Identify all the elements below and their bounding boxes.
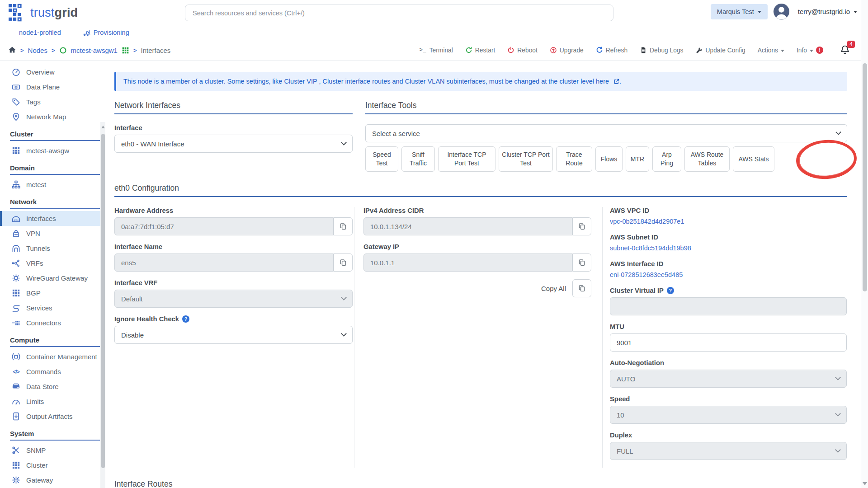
sidebar-item-network-map[interactable]: Network Map (0, 109, 105, 124)
copy-button[interactable] (334, 253, 353, 272)
avatar[interactable] (774, 4, 789, 19)
sidebar-item-overview[interactable]: Overview (0, 65, 105, 80)
sidebar-item-connectors[interactable]: Connectors (0, 315, 105, 330)
copy-icon (340, 259, 347, 266)
quick-link-node1-profiled[interactable]: node1-profiled (19, 29, 61, 36)
sidebar-item-label: Output Artifacts (26, 413, 73, 420)
tool-button-speed-test[interactable]: Speed Test (365, 146, 398, 172)
sidebar-item-tunnels[interactable]: Tunnels (0, 241, 105, 256)
sidebar-item-limits[interactable]: Limits (0, 394, 105, 409)
copy-button[interactable] (334, 217, 353, 235)
toolbar-reboot-button[interactable]: Reboot (507, 47, 538, 54)
scroll-up-arrow-icon[interactable] (101, 126, 105, 128)
tool-button-aws-route-tables[interactable]: AWS Route Tables (684, 146, 730, 172)
aws-vpc-id-link[interactable]: vpc-0b251842d4d2907e1 (610, 218, 684, 225)
sidebar-scrollbar[interactable] (100, 122, 105, 488)
sidebar-item-output-artifacts[interactable]: Output Artifacts (0, 409, 105, 424)
file-download-icon (12, 412, 20, 421)
mtu-input[interactable]: 9001 (610, 333, 847, 352)
tag-icon (12, 98, 20, 106)
sidebar-item-cluster[interactable]: Cluster (0, 458, 105, 473)
sidebar-item-wireguard-gateway[interactable]: WireGuard Gateway (0, 271, 105, 286)
tool-button-flows[interactable]: Flows (595, 146, 623, 172)
copy-all-label: Copy All (541, 285, 566, 292)
org-menu-button[interactable]: Marquis Test (711, 4, 768, 19)
page-scrollbar-thumb[interactable] (863, 63, 867, 291)
app-header: trustgrid Marquis Test terry@trustgrid.i… (0, 0, 868, 25)
help-icon[interactable]: ? (182, 315, 189, 323)
help-icon[interactable]: ? (667, 287, 674, 294)
tool-button-cluster-tcp-port-test[interactable]: Cluster TCP Port Test (499, 146, 553, 172)
chevron-down-icon (835, 129, 841, 135)
toolbar-item-label: Upgrade (560, 47, 584, 54)
sidebar-item-label: WireGuard Gateway (26, 274, 88, 282)
toolbar-refresh-button[interactable]: Refresh (596, 47, 627, 54)
sidebar-item-commands[interactable]: </>Commands (0, 364, 105, 379)
sidebar-item-data-store[interactable]: Data Store (0, 379, 105, 394)
ignore-health-check-select[interactable]: Disable (114, 326, 353, 344)
sidebar-item-interfaces[interactable]: Interfaces (0, 211, 105, 226)
toolbar-debug-logs-button[interactable]: Debug Logs (640, 47, 683, 54)
sidebar-item-services[interactable]: Services (0, 300, 105, 315)
aws-subnet-id-link[interactable]: subnet-0c8fdc5194dd19b98 (610, 244, 691, 252)
limits-gauge-icon (12, 397, 20, 406)
sidebar-item-data-plane[interactable]: Data Plane (0, 80, 105, 94)
field-aws-vpc-id: AWS VPC IDvpc-0b251842d4d2907e1 (610, 207, 847, 226)
interface-select[interactable]: eth0 - WAN Interface (114, 135, 353, 153)
breadcrumb-separator-icon: > (20, 47, 24, 54)
cluster-banner-text: This node is a member of a cluster. Some… (123, 78, 621, 85)
search-input[interactable] (185, 5, 613, 21)
field-label: Interface VRF (114, 279, 157, 286)
breadcrumb-home[interactable] (8, 46, 16, 55)
copy-button[interactable] (572, 217, 591, 235)
sidebar-item-tags[interactable]: Tags (0, 94, 105, 109)
field-label: Speed (610, 395, 630, 403)
sidebar-item-vpn[interactable]: VPN (0, 226, 105, 241)
sidebar-item-mctest[interactable]: mctest (0, 177, 105, 192)
toolbar-item-label: Actions (758, 47, 778, 54)
copy-icon (340, 223, 347, 230)
service-select[interactable]: Select a service (365, 124, 847, 142)
notifications-bell-button[interactable]: 4 (840, 45, 850, 56)
brand-logo[interactable]: trustgrid (8, 4, 78, 22)
chevron-down-icon (781, 50, 784, 52)
sidebar-item-mctest-awsgw[interactable]: mctest-awsgw (0, 143, 105, 158)
toolbar-restart-button[interactable]: Restart (465, 47, 495, 54)
sidebar-item-label: Container Management (26, 353, 97, 361)
scroll-down-arrow-icon[interactable] (863, 482, 867, 485)
tool-button-trace-route[interactable]: Trace Route (556, 146, 592, 172)
sidebar-item-vrfs[interactable]: VRFs (0, 256, 105, 271)
tool-button-interface-tcp-port-test[interactable]: Interface TCP Port Test (438, 146, 495, 172)
toolbar-terminal-button[interactable]: >_Terminal (420, 47, 453, 54)
aws-interface-id-link[interactable]: eni-0728512683ee5d485 (610, 271, 683, 278)
quick-link-provisioning[interactable]: Provisioning (83, 29, 129, 37)
toolbar-info-button[interactable]: Info! (797, 47, 823, 54)
field-auto-negotiation: Auto-NegotiationAUTO (610, 359, 847, 388)
gateway-ip-input: 10.0.1.1 (363, 253, 572, 272)
sidebar-item-label: VPN (26, 230, 40, 237)
copy-button[interactable] (572, 253, 591, 272)
interface-select-label: Interface (114, 124, 353, 131)
breadcrumb-item-mctest-awsgw1[interactable]: mctest-awsgw1 (71, 47, 118, 54)
sidebar-item-container-management[interactable]: Container Management (0, 349, 105, 364)
copy-all-button[interactable] (572, 279, 591, 297)
sidebar-item-gateway[interactable]: Gateway (0, 473, 105, 488)
sidebar-item-bgp[interactable]: BGP (0, 286, 105, 300)
ipv4-address-cidr-input: 10.0.1.134/24 (363, 217, 572, 235)
sidebar-scrollbar-thumb[interactable] (101, 134, 105, 468)
sidebar-item-snmp[interactable]: SNMP (0, 443, 105, 458)
toolbar-update-config-button[interactable]: Update Config (696, 47, 745, 54)
field-ignore-health-check: Ignore Health Check?Disable (114, 315, 353, 344)
tool-button-arp-ping[interactable]: Arp Ping (652, 146, 681, 172)
page-scrollbar[interactable] (861, 0, 868, 488)
toolbar-upgrade-button[interactable]: Upgrade (550, 47, 584, 54)
breadcrumb-item-nodes[interactable]: Nodes (28, 47, 47, 54)
tool-button-mtr[interactable]: MTR (626, 146, 649, 172)
tool-button-sniff-traffic[interactable]: Sniff Traffic (401, 146, 435, 172)
quick-link-label: node1-profiled (19, 29, 61, 36)
tool-button-aws-stats[interactable]: AWS Stats (733, 146, 774, 172)
cluster-level-link[interactable]: here (596, 78, 619, 85)
user-menu-button[interactable]: terry@trustgrid.io (795, 7, 860, 16)
cluster-virtual-ip-input (610, 297, 847, 315)
toolbar-actions-button[interactable]: Actions (758, 47, 784, 54)
